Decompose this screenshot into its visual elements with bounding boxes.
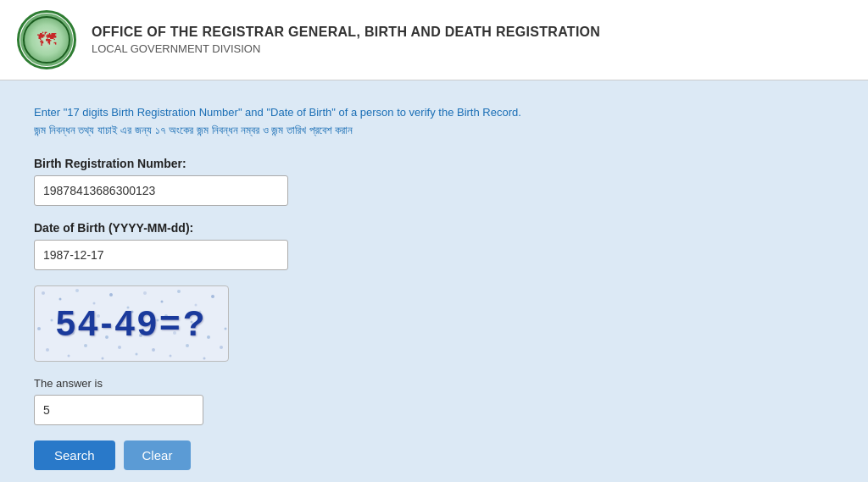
svg-point-22 <box>68 354 70 357</box>
header-text-block: OFFICE OF THE REGISTRAR GENERAL, BIRTH A… <box>92 25 600 55</box>
logo: 🗺 <box>17 10 76 69</box>
main-content: Enter "17 digits Birth Registration Numb… <box>0 80 763 482</box>
birth-reg-group: Birth Registration Number: <box>34 157 729 206</box>
svg-point-21 <box>46 348 49 352</box>
svg-point-27 <box>152 348 155 352</box>
svg-point-8 <box>177 290 181 293</box>
svg-point-4 <box>109 293 113 296</box>
svg-point-1 <box>59 297 62 300</box>
logo-map-icon: 🗺 <box>37 29 56 51</box>
captcha-image: 54-49=? <box>34 285 229 362</box>
birth-reg-input[interactable] <box>34 175 288 206</box>
svg-point-31 <box>220 346 223 349</box>
svg-point-23 <box>84 344 87 347</box>
birth-reg-label: Birth Registration Number: <box>34 157 729 170</box>
dob-group: Date of Birth (YYYY-MM-dd): <box>34 221 729 270</box>
answer-group: The answer is <box>34 377 729 425</box>
search-button[interactable]: Search <box>34 440 115 470</box>
svg-point-38 <box>225 327 227 330</box>
svg-point-10 <box>211 295 214 298</box>
button-row: Search Clear <box>34 440 729 470</box>
svg-point-24 <box>102 357 104 359</box>
captcha-text: 54-49=? <box>56 303 208 344</box>
svg-point-30 <box>203 357 206 359</box>
header-title: OFFICE OF THE REGISTRAR GENERAL, BIRTH A… <box>92 25 600 40</box>
info-line2: জন্ম নিবন্ধন তথ্য যাচাই এর জন্য ১৭ অংকের… <box>34 122 729 140</box>
clear-button[interactable]: Clear <box>124 440 192 470</box>
captcha-answer-input[interactable] <box>34 395 203 425</box>
svg-point-28 <box>170 354 172 357</box>
answer-label: The answer is <box>34 377 729 390</box>
svg-point-29 <box>186 344 189 347</box>
page-header: 🗺 OFFICE OF THE REGISTRAR GENERAL, BIRTH… <box>0 0 868 80</box>
dob-label: Date of Birth (YYYY-MM-dd): <box>34 221 729 235</box>
info-block: Enter "17 digits Birth Registration Numb… <box>34 104 729 140</box>
svg-point-25 <box>118 346 121 349</box>
dob-input[interactable] <box>34 240 288 270</box>
svg-point-20 <box>207 335 210 339</box>
info-line1: Enter "17 digits Birth Registration Numb… <box>34 104 729 122</box>
svg-point-2 <box>75 289 79 292</box>
svg-point-37 <box>37 327 41 330</box>
svg-point-6 <box>143 291 147 295</box>
svg-point-26 <box>136 352 138 355</box>
svg-point-0 <box>42 291 45 295</box>
svg-point-11 <box>51 319 53 321</box>
header-subtitle: LOCAL GOVERNMENT DIVISION <box>92 42 600 55</box>
